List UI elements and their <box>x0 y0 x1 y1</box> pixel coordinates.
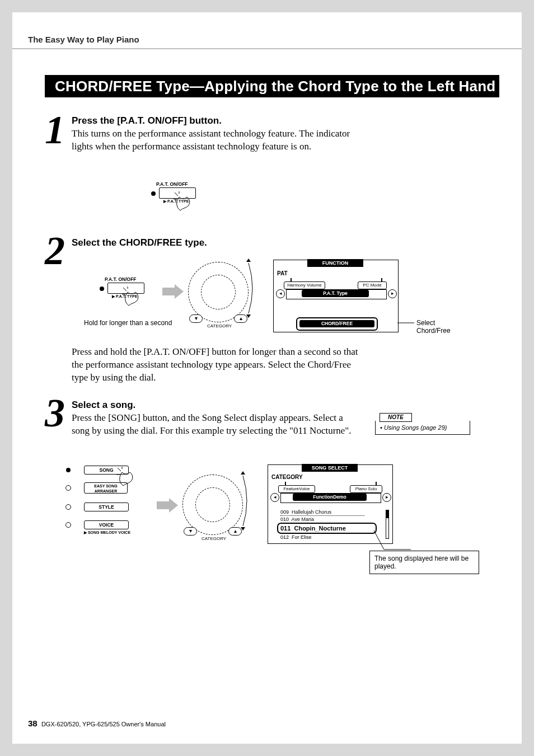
lcd-left-arrow-icon-2: ◂ <box>270 493 279 502</box>
step-2-button-figure: P.A.T. ON/OFF ▶ P.A.T. TYPE Hold for lon… <box>84 274 185 336</box>
dial-2-arrow-icon <box>240 470 253 532</box>
arrow-right-icon <box>162 284 185 299</box>
step-3-number: 3 <box>45 393 65 433</box>
song-row: 009 Hallelujah Chorus <box>280 509 364 516</box>
step-3-buttons-figure: SONG EASY SONG ARRANGER STYLE VOICE ▶ SO… <box>66 466 156 544</box>
song-name: Chopin_Nocturne <box>294 525 345 532</box>
lcd-pc-mode: PC Mode <box>358 281 387 289</box>
lcd-harmony-volume: Harmony Volume <box>284 281 325 289</box>
dial-inner <box>201 275 236 309</box>
step-1-number: 1 <box>45 110 65 150</box>
song-row: 012 For Elise <box>280 534 364 541</box>
easy-song-arranger-button: EASY SONG ARRANGER <box>84 482 128 494</box>
dial <box>188 262 249 322</box>
lcd-pat-label: PAT <box>277 270 288 276</box>
lcd-title: FUNCTION <box>307 259 363 267</box>
hand-pointer-icon-2 <box>122 287 150 311</box>
footer: 38 DGX-620/520, YPG-625/525 Owner's Manu… <box>28 719 166 728</box>
header-rule <box>12 48 522 49</box>
lcd-category-label: CATEGORY <box>271 474 303 480</box>
song-callout: The song displayed here will be played. <box>369 551 479 574</box>
song-name: Ave Maria <box>292 516 314 522</box>
step-3-heading: Select a song. <box>72 400 135 411</box>
svg-line-3 <box>123 288 127 291</box>
led-icon <box>66 468 71 472</box>
page-number: 38 <box>28 719 38 728</box>
pat-led-icon <box>151 191 156 196</box>
dial-2-category-label: CATEGORY <box>202 536 226 541</box>
lcd-pat-type-strip: P.A.T. Type <box>302 290 369 297</box>
lcd-value-frame: CHORD/FREE <box>296 317 378 331</box>
lcd-right-arrow-icon: ▸ <box>388 289 397 298</box>
song-melody-voice-label: ▶ SONG MELODY VOICE <box>84 530 130 535</box>
led-icon <box>65 485 71 491</box>
song-callout-text: The song displayed here will be played. <box>374 555 469 570</box>
lcd-piano-solo: Piano Solo <box>350 485 382 493</box>
step-2-body: Press and hold the [P.A.T. ON/OFF] butto… <box>72 346 368 384</box>
note-box: • Using Songs (page 29) <box>375 421 470 435</box>
song-no: 011 <box>280 525 291 532</box>
voice-button: VOICE <box>84 520 129 529</box>
dial-arrow-icon <box>245 257 259 319</box>
pat-led-icon-2 <box>100 287 104 291</box>
lcd-function-screen: FUNCTION PAT Harmony Volume PC Mode ◂ ▸ … <box>273 260 399 332</box>
dial-2-inner <box>195 487 230 522</box>
song-no: 010 <box>280 516 289 522</box>
song-name: For Elise <box>292 534 312 540</box>
step-1-body: This turns on the performance assistant … <box>72 128 368 153</box>
led-icon <box>65 522 71 528</box>
song-melody-voice-label-text: SONG MELODY VOICE <box>88 530 130 534</box>
hand-pointer-icon <box>174 191 202 216</box>
song-name: Hallelujah Chorus <box>292 509 331 515</box>
running-head: The Easy Way to Play Piano <box>28 35 139 44</box>
dial-2 <box>182 475 243 535</box>
step-1-heading: Press the [P.A.T. ON/OFF] button. <box>72 115 222 126</box>
dial-2-minus-button: ▾ <box>184 527 197 536</box>
style-button: STYLE <box>84 503 129 511</box>
song-row-selected: 011 Chopin_Nocturne <box>277 523 377 534</box>
lcd-song-title: SONG SELECT <box>302 464 358 472</box>
pat-onoff-label-2: P.A.T. ON/OFF <box>105 276 137 282</box>
pat-onoff-label: P.A.T. ON/OFF <box>156 181 188 187</box>
note-bullet: • Using Songs (page 29) <box>380 424 447 431</box>
lcd-functiondemo-strip: FunctionDemo <box>293 494 367 501</box>
song-list: 009 Hallelujah Chorus 010 Ave Maria 011 … <box>280 509 377 541</box>
step-1-figure: P.A.T. ON/OFF ▶ P.A.T. TYPE <box>151 179 218 218</box>
dial-category-label: CATEGORY <box>207 323 232 328</box>
dial-minus-button: ▾ <box>189 314 203 323</box>
step-2-number: 2 <box>45 231 65 271</box>
arrow-right-icon-2 <box>157 498 179 513</box>
lcd-value: CHORD/FREE <box>299 320 374 327</box>
step-3-body: Press the [SONG] button, and the Song Se… <box>72 412 363 438</box>
svg-line-7 <box>118 468 121 471</box>
song-no: 009 <box>280 509 289 515</box>
song-row: 010 Ave Maria <box>280 516 364 523</box>
leader-line <box>397 322 414 323</box>
led-icon <box>65 504 71 510</box>
select-chord-free-callout: Select Chord/Free <box>416 319 461 335</box>
lcd-right-arrow-icon-2: ▸ <box>382 493 391 502</box>
manual-title: DGX-620/520, YPG-625/525 Owner's Manual <box>41 721 166 727</box>
song-no: 012 <box>280 534 289 540</box>
step-2-heading: Select the CHORD/FREE type. <box>72 237 207 248</box>
lcd-left-arrow-icon: ◂ <box>276 289 285 298</box>
lcd-featurevoice: FeatureVoice <box>278 485 315 493</box>
scrollbar-thumb <box>386 510 388 518</box>
hold-caption: Hold for longer than a second <box>84 319 172 327</box>
section-title: CHORD/FREE Type—Applying the Chord Type … <box>45 75 499 97</box>
svg-line-0 <box>175 192 178 196</box>
